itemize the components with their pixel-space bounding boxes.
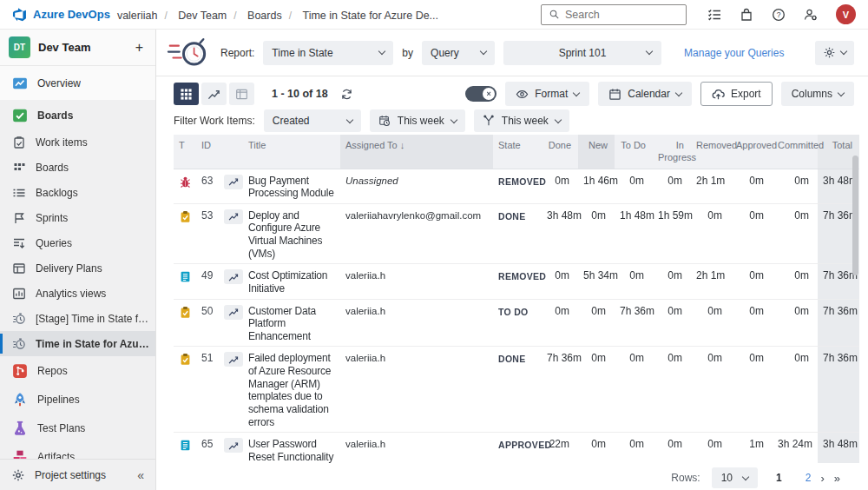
sidebar-item-pipelines[interactable]: Pipelines <box>0 385 155 414</box>
time-approved: 0m <box>731 299 773 347</box>
col-to-do[interactable]: To Do <box>615 135 653 169</box>
time-in-progress: 0m <box>653 169 691 203</box>
sidebar-item-test-plans[interactable]: Test Plans <box>0 414 155 442</box>
work-item-title[interactable]: Failed deployment of Azure Resource Mana… <box>243 347 340 433</box>
task-icon <box>179 353 192 366</box>
row-chart-icon[interactable] <box>224 175 243 189</box>
sidebar-item-sprints[interactable]: Sprints <box>0 205 155 230</box>
sidebar-item-work-items[interactable]: Work items <box>0 129 155 155</box>
rows-per-page-dropdown[interactable]: 10 <box>712 467 758 488</box>
col-state[interactable]: State <box>493 135 542 169</box>
col-id[interactable]: ID <box>196 135 219 169</box>
col-title[interactable]: Title <box>243 135 340 169</box>
main-content: Report: Time in State by Query Sprint 10… <box>156 30 868 490</box>
line-chart-icon <box>207 88 220 101</box>
eye-icon <box>516 88 529 101</box>
col-removed[interactable]: Removed <box>691 135 731 169</box>
report-type-dropdown[interactable]: Time in State <box>263 41 393 65</box>
columns-button[interactable]: Columns <box>781 82 854 106</box>
marketplace-bag-icon[interactable] <box>740 8 753 22</box>
sidebar-item-stage-time-in-state[interactable]: [Stage] Time in State for Azur... <box>0 306 155 331</box>
format-toggle[interactable]: × <box>465 86 496 102</box>
sidebar-item-boards-board[interactable]: Boards <box>0 155 155 180</box>
col-assigned-to[interactable]: Assigned To ↓ <box>340 135 493 169</box>
vertical-scrollbar-thumb[interactable] <box>852 156 858 275</box>
breadcrumb-org[interactable]: valeriiah <box>117 10 158 22</box>
brand-link[interactable]: Azure DevOps <box>33 8 110 21</box>
row-chart-icon[interactable] <box>224 209 243 224</box>
format-button[interactable]: Format <box>505 82 589 106</box>
settings-dropdown[interactable] <box>815 41 854 65</box>
add-project-icon[interactable]: + <box>132 40 147 56</box>
table-row[interactable]: 51Failed deployment of Azure Resource Ma… <box>174 347 859 433</box>
manage-queries-link[interactable]: Manage your Queries <box>684 47 784 59</box>
test-plans-icon <box>12 420 28 436</box>
chart-view-button[interactable] <box>201 83 227 105</box>
breadcrumb-hub[interactable]: Boards <box>247 10 282 22</box>
user-settings-icon[interactable] <box>804 8 818 22</box>
team-header[interactable]: DT Dev Team + <box>0 30 155 66</box>
col-type[interactable]: T <box>174 135 196 169</box>
search-input[interactable] <box>565 9 679 21</box>
group-by-dropdown[interactable]: Query <box>422 41 495 65</box>
table-row[interactable]: 65User Password Reset Functionalityvaler… <box>174 433 859 463</box>
col-approved[interactable]: Approved <box>731 135 773 169</box>
sidebar-item-repos[interactable]: Repos <box>0 356 155 385</box>
sidebar-item-backlogs[interactable]: Backlogs <box>0 180 155 205</box>
sidebar-item-boards[interactable]: Boards <box>0 101 155 129</box>
table-row[interactable]: 53Deploy and Configure Azure Virtual Mac… <box>174 203 859 264</box>
sidebar-item-analytics-views[interactable]: Analytics views <box>0 281 155 306</box>
sidebar-item-delivery-plans[interactable]: Delivery Plans <box>0 255 155 281</box>
toolbar: 1 - 10 of 18 × Format Calendar Export Co… <box>156 79 868 109</box>
board-icon <box>235 88 248 101</box>
time-approved: 0m <box>731 264 773 299</box>
query-dropdown[interactable]: Sprint 101 <box>503 41 661 65</box>
work-item-title[interactable]: User Password Reset Functionality <box>243 433 340 463</box>
table-row[interactable]: 63Bug Payment Processing ModuleUnassigne… <box>174 169 859 203</box>
time-total: 3h 48m <box>818 433 859 463</box>
page-1-button[interactable]: 1 <box>776 472 782 484</box>
sidebar-item-queries[interactable]: Queries <box>0 230 155 255</box>
work-item-title[interactable]: Cost Optimization Initiative <box>243 264 340 299</box>
refresh-icon[interactable] <box>340 88 353 101</box>
grid-view-button[interactable] <box>174 83 199 105</box>
sidebar-item-overview[interactable]: Overview <box>0 69 155 97</box>
col-committed[interactable]: Committed <box>773 135 818 169</box>
sidebar-item-artifacts[interactable]: Artifacts <box>0 442 155 459</box>
sidebar-item-label: Overview <box>37 77 81 89</box>
state-value: TO DO <box>493 299 542 347</box>
collapse-sidebar-icon[interactable]: « <box>137 468 144 482</box>
row-chart-icon[interactable] <box>224 438 243 453</box>
task-list-icon[interactable] <box>707 8 721 22</box>
table-row[interactable]: 49Cost Optimization Initiativevaleriia.h… <box>174 264 859 299</box>
breadcrumb-project[interactable]: Dev Team <box>178 10 227 22</box>
col-in-progress[interactable]: In Progress <box>653 135 691 169</box>
export-button[interactable]: Export <box>700 82 773 106</box>
team-avatar: DT <box>9 36 30 58</box>
avatar[interactable]: V <box>836 4 856 24</box>
next-page-icon[interactable]: › <box>820 472 824 485</box>
row-chart-icon[interactable] <box>224 352 243 367</box>
work-item-title[interactable]: Customer Data Platform Enhancement <box>243 299 340 347</box>
row-chart-icon[interactable] <box>224 269 243 284</box>
sidebar-item-project-settings[interactable]: Project settings « <box>0 459 155 490</box>
row-chart-icon[interactable] <box>224 305 243 320</box>
work-item-title[interactable]: Deploy and Configure Azure Virtual Machi… <box>243 203 340 264</box>
board-view-button[interactable] <box>229 83 254 105</box>
last-page-icon[interactable]: » <box>834 472 840 485</box>
filter-field-dropdown[interactable]: Created <box>264 109 361 132</box>
page-2-button[interactable]: 2 <box>806 472 812 484</box>
date-range-dropdown[interactable]: This week <box>370 109 465 132</box>
azure-devops-logo-icon[interactable] <box>12 7 27 22</box>
time-approved: 0m <box>731 347 773 433</box>
search-box[interactable] <box>541 4 687 25</box>
breadcrumb-page[interactable]: Time in State for Azure De... <box>302 10 438 22</box>
col-done[interactable]: Done <box>542 135 578 169</box>
state-change-range-dropdown[interactable]: This week <box>474 109 569 132</box>
table-row[interactable]: 50Customer Data Platform Enhancementvale… <box>174 299 859 347</box>
work-item-title[interactable]: Bug Payment Processing Module <box>243 169 340 203</box>
col-new[interactable]: New <box>578 135 615 169</box>
help-icon[interactable]: ? <box>772 8 786 22</box>
sidebar-item-time-in-state[interactable]: Time in State for Azure DevO... <box>0 331 155 356</box>
calendar-button[interactable]: Calendar <box>598 82 692 106</box>
